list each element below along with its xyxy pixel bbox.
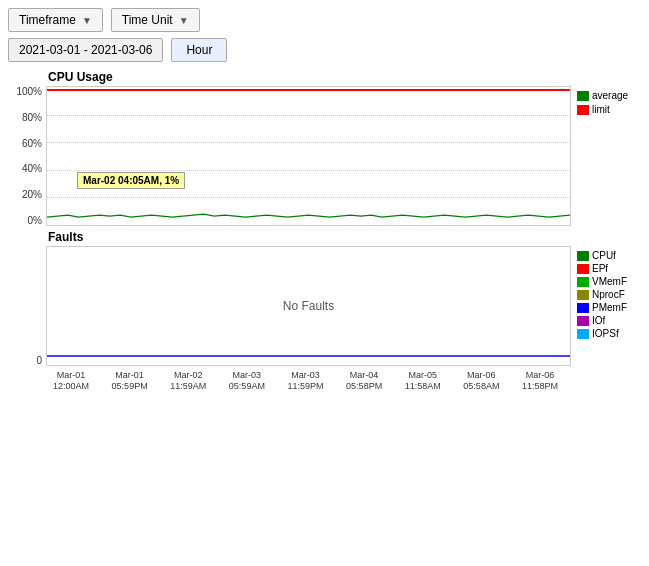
- date-range-label: 2021-03-01 - 2021-03-06: [19, 43, 152, 57]
- legend-nprocf-label: NprocF: [592, 289, 625, 300]
- timeframe-label: Timeframe: [19, 13, 76, 27]
- cpu-chart-section: CPU Usage 100% 80% 60% 40% 20% 0% Mar-02…: [8, 70, 641, 226]
- legend-limit: limit: [577, 104, 641, 115]
- faults-chart-container: 0 No Faults CPUf EPf VMemF NprocF: [8, 246, 641, 366]
- timeframe-arrow-icon: ▼: [82, 15, 92, 26]
- legend-iopsf-label: IOPSf: [592, 328, 619, 339]
- timeunit-label: Time Unit: [122, 13, 173, 27]
- hour-label: Hour: [186, 43, 212, 57]
- faults-chart-section: Faults 0 No Faults CPUf EPf VMemF Np: [8, 230, 641, 366]
- cpu-chart-area: Mar-02 04:05AM, 1%: [46, 86, 571, 226]
- legend-cpuf-color: [577, 251, 589, 261]
- legend-iof-color: [577, 316, 589, 326]
- cpu-y-40: 40%: [22, 163, 42, 174]
- legend-nprocf-color: [577, 290, 589, 300]
- legend-iopsf-color: [577, 329, 589, 339]
- cpu-data-svg: [47, 87, 570, 225]
- hour-button[interactable]: Hour: [171, 38, 227, 62]
- cpu-y-60: 60%: [22, 138, 42, 149]
- x-label-4: Mar-0311:59PM: [281, 370, 331, 392]
- date-range-button[interactable]: 2021-03-01 - 2021-03-06: [8, 38, 163, 62]
- x-label-3: Mar-0305:59AM: [222, 370, 272, 392]
- legend-iopsf: IOPSf: [577, 328, 641, 339]
- no-faults-label: No Faults: [283, 299, 334, 313]
- faults-y-axis: 0: [8, 246, 46, 366]
- legend-epf-label: EPf: [592, 263, 608, 274]
- legend-average: average: [577, 90, 641, 101]
- faults-y-0: 0: [36, 355, 42, 366]
- legend-cpuf: CPUf: [577, 250, 641, 261]
- x-label-6: Mar-0511:58AM: [398, 370, 448, 392]
- legend-limit-label: limit: [592, 104, 610, 115]
- legend-pmemf: PMemF: [577, 302, 641, 313]
- legend-pmemf-label: PMemF: [592, 302, 627, 313]
- cpu-y-0: 0%: [28, 215, 42, 226]
- legend-vmemf-color: [577, 277, 589, 287]
- legend-vmemf-label: VMemF: [592, 276, 627, 287]
- x-axis: Mar-0112:00AM Mar-0105:59PM Mar-0211:59A…: [46, 370, 565, 392]
- x-label-2: Mar-0211:59AM: [163, 370, 213, 392]
- timeunit-arrow-icon: ▼: [179, 15, 189, 26]
- cpu-y-axis: 100% 80% 60% 40% 20% 0%: [8, 86, 46, 226]
- faults-chart-area: No Faults: [46, 246, 571, 366]
- x-label-0: Mar-0112:00AM: [46, 370, 96, 392]
- cpu-y-100: 100%: [16, 86, 42, 97]
- cpu-chart-container: 100% 80% 60% 40% 20% 0% Mar-02 04:05AM, …: [8, 86, 641, 226]
- legend-iof: IOf: [577, 315, 641, 326]
- faults-legend: CPUf EPf VMemF NprocF PMemF IOf: [571, 246, 641, 366]
- timeunit-dropdown[interactable]: Time Unit ▼: [111, 8, 200, 32]
- legend-average-label: average: [592, 90, 628, 101]
- legend-epf: EPf: [577, 263, 641, 274]
- second-toolbar-row: 2021-03-01 - 2021-03-06 Hour: [8, 38, 641, 62]
- faults-base-line: [47, 355, 570, 357]
- cpu-y-20: 20%: [22, 189, 42, 200]
- legend-vmemf: VMemF: [577, 276, 641, 287]
- x-label-8: Mar-0611:58PM: [515, 370, 565, 392]
- legend-pmemf-color: [577, 303, 589, 313]
- x-label-1: Mar-0105:59PM: [105, 370, 155, 392]
- legend-average-color: [577, 91, 589, 101]
- cpu-tooltip: Mar-02 04:05AM, 1%: [77, 172, 185, 189]
- cpu-y-80: 80%: [22, 112, 42, 123]
- timeframe-dropdown[interactable]: Timeframe ▼: [8, 8, 103, 32]
- cpu-chart-title: CPU Usage: [48, 70, 641, 84]
- cpu-legend: average limit: [571, 86, 641, 226]
- legend-epf-color: [577, 264, 589, 274]
- legend-nprocf: NprocF: [577, 289, 641, 300]
- x-label-5: Mar-0405:58PM: [339, 370, 389, 392]
- legend-iof-label: IOf: [592, 315, 605, 326]
- faults-chart-title: Faults: [48, 230, 641, 244]
- legend-limit-color: [577, 105, 589, 115]
- legend-cpuf-label: CPUf: [592, 250, 616, 261]
- toolbar: Timeframe ▼ Time Unit ▼: [8, 8, 641, 32]
- x-label-7: Mar-0605:58AM: [456, 370, 506, 392]
